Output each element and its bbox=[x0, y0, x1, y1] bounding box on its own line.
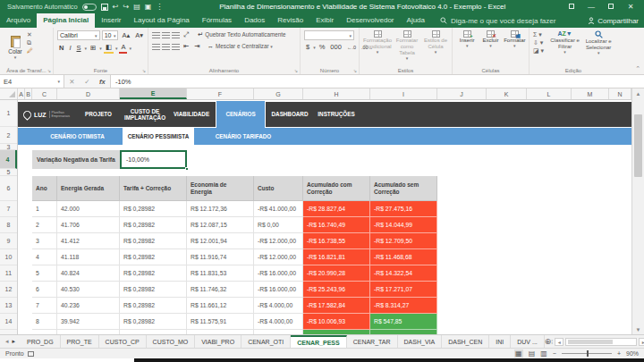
autosave-toggle[interactable] bbox=[82, 4, 97, 11]
row-header-4[interactable]: 4 bbox=[0, 150, 17, 169]
table-cell-tarifa[interactable]: R$ 0,28982 bbox=[120, 298, 187, 314]
clipboard-dialog-launcher-icon[interactable]: ⇘ bbox=[47, 68, 51, 73]
format-cells-button[interactable]: ▦ Formatar▾ bbox=[504, 30, 526, 49]
table-cell-acum_sem[interactable]: -R$ 12.709,50 bbox=[370, 233, 437, 249]
row-header-11[interactable]: 11 bbox=[0, 265, 17, 282]
column-header-K[interactable]: K bbox=[487, 88, 527, 99]
cut-icon[interactable]: ✕ bbox=[27, 31, 33, 38]
selected-cell-E4[interactable]: -10,00% bbox=[120, 150, 187, 169]
table-cell-energia[interactable]: 40.530 bbox=[57, 282, 120, 298]
table-cell-acum_sem[interactable]: -R$ 27.475,16 bbox=[370, 201, 437, 217]
zoom-slider[interactable] bbox=[562, 353, 612, 354]
find-select-button[interactable]: Localizar e Selecionar▾ bbox=[582, 30, 614, 56]
zoom-level[interactable]: 90% bbox=[626, 350, 639, 357]
underline-button[interactable]: S bbox=[75, 44, 83, 53]
increase-decimal-icon[interactable]: ←.0 bbox=[345, 43, 358, 52]
table-cell-ano[interactable]: 4 bbox=[32, 249, 57, 265]
table-cell-acum_sem[interactable]: -R$ 14.044,99 bbox=[370, 217, 437, 233]
table-cell-acum_sem[interactable]: -R$ 17.271,07 bbox=[370, 282, 437, 298]
table-header-cell[interactable]: Acumulado sem Correção bbox=[370, 176, 437, 201]
table-cell-acum_com[interactable]: -R$ 16.821,81 bbox=[303, 249, 370, 265]
table-cell-economia[interactable]: R$ 11.661,12 bbox=[187, 298, 254, 314]
column-header-E[interactable]: E bbox=[120, 88, 187, 99]
hscroll-left-icon[interactable]: ◂ bbox=[555, 338, 564, 346]
param-label-cell[interactable]: Variação Negativa da Tarifa bbox=[32, 150, 120, 169]
insert-function-icon[interactable]: fx bbox=[99, 78, 106, 86]
nav-item-custo-de-implantação[interactable]: CUSTO DE IMPLANTAÇÃO bbox=[122, 108, 168, 121]
workbook-statistics-icon[interactable]: ▤ bbox=[133, 4, 140, 11]
table-cell-economia[interactable]: R$ 11.831,53 bbox=[187, 265, 254, 282]
column-header-D[interactable]: D bbox=[57, 88, 120, 99]
name-box[interactable]: E4 ▾ bbox=[0, 75, 64, 88]
cancel-entry-icon[interactable]: ✕ bbox=[69, 78, 74, 86]
menu-tab-desenvolvedor[interactable]: Desenvolvedor bbox=[340, 13, 400, 28]
table-cell-ano[interactable]: 2 bbox=[32, 217, 57, 233]
column-header-J[interactable]: J bbox=[437, 88, 487, 99]
row-header-1[interactable]: 1 bbox=[0, 100, 17, 127]
table-cell-acum_com[interactable]: -R$ 20.990,28 bbox=[303, 265, 370, 282]
table-cell-tarifa[interactable]: R$ 0,28982 bbox=[120, 314, 187, 330]
nav-item-viabilidade[interactable]: VIABILIDADE bbox=[168, 111, 215, 117]
format-as-table-button[interactable]: Formatar como Tabela▾ bbox=[394, 30, 420, 61]
cell-styles-button[interactable]: Estilos de Célula▾ bbox=[422, 30, 449, 55]
font-dialog-launcher-icon[interactable]: ⇘ bbox=[142, 68, 146, 73]
table-cell-economia[interactable]: R$ 11.746,32 bbox=[187, 282, 254, 298]
table-cell-ano[interactable]: 3 bbox=[32, 233, 57, 249]
sheet-tab-viabi-pro[interactable]: VIABI_PRO bbox=[195, 335, 242, 348]
vertical-scrollbar-up-icon[interactable]: ▲ bbox=[631, 88, 644, 100]
borders-icon[interactable]: ⊞ bbox=[89, 44, 97, 53]
tab-split-handle[interactable]: ⁞ bbox=[551, 339, 553, 345]
ribbon-display-options-icon[interactable] bbox=[562, 3, 581, 11]
table-cell-ano[interactable]: 6 bbox=[32, 282, 57, 298]
row-header-7[interactable]: 7 bbox=[0, 201, 17, 217]
table-header-cell[interactable]: Custo bbox=[254, 176, 303, 201]
tell-me-search[interactable]: Diga-me o que você deseja fazer bbox=[440, 13, 555, 28]
table-header-cell[interactable]: Economia de Energia bbox=[187, 176, 254, 201]
align-middle-icon[interactable] bbox=[162, 32, 170, 38]
table-cell-tarifa[interactable]: R$ 0,28982 bbox=[120, 265, 187, 282]
menu-tab-fórmulas[interactable]: Fórmulas bbox=[196, 13, 238, 28]
decrease-indent-icon[interactable]: ⇤ bbox=[182, 42, 191, 51]
alignment-dialog-launcher-icon[interactable]: ⇘ bbox=[294, 68, 298, 73]
table-cell-tarifa[interactable]: R$ 0,28982 bbox=[120, 249, 187, 265]
decrease-font-icon[interactable]: A▾ bbox=[133, 31, 145, 40]
scenario-tab-cenário-tarifado[interactable]: CENÁRIO TARIFADO bbox=[194, 128, 292, 145]
sheet-tab-custo-cp[interactable]: CUSTO_CP bbox=[99, 335, 147, 348]
merge-center-button[interactable]: ↔Mesclar e Centralizar ▾ bbox=[206, 42, 273, 51]
share-button[interactable]: Compartilhar bbox=[588, 13, 639, 28]
nav-item-projeto[interactable]: PROJETO bbox=[75, 111, 122, 117]
clear-icon[interactable]: ◪ ▾ bbox=[533, 47, 547, 54]
sheet-tab-cenar-oti[interactable]: CENAR_OTI bbox=[242, 335, 291, 348]
sheet-tab-dash-cen[interactable]: DASH_CEN bbox=[442, 335, 489, 348]
row-header-9[interactable]: 9 bbox=[0, 233, 17, 249]
sheet-tab-pro-dg[interactable]: PRO_DG bbox=[21, 335, 61, 348]
wrap-text-button[interactable]: ↵Quebrar Texto Automaticamente bbox=[196, 30, 286, 39]
normal-view-icon[interactable]: ▦ bbox=[514, 349, 523, 358]
sheet-tab-cenar-tar[interactable]: CENAR_TAR bbox=[347, 335, 398, 348]
formula-input[interactable]: -10% bbox=[111, 75, 644, 88]
selection-fill-handle[interactable] bbox=[185, 167, 189, 171]
zoom-in-icon[interactable]: + bbox=[617, 350, 621, 357]
increase-indent-icon[interactable]: ⇥ bbox=[192, 42, 201, 51]
row-header-10[interactable]: 10 bbox=[0, 249, 17, 265]
column-header-M[interactable]: M bbox=[572, 88, 609, 99]
vertical-scrollbar[interactable]: ▼ bbox=[631, 100, 644, 334]
menu-tab-exibir[interactable]: Exibir bbox=[309, 13, 340, 28]
column-header-L[interactable]: L bbox=[527, 88, 572, 99]
row-header-2[interactable]: 2 bbox=[0, 127, 17, 144]
font-size-select[interactable]: 10▾ bbox=[102, 30, 119, 40]
table-cell-acum_com[interactable]: -R$ 28.827,64 bbox=[303, 201, 370, 217]
font-family-select[interactable]: Calibri▾ bbox=[57, 30, 100, 40]
table-cell-custo[interactable]: -R$ 41.000,00 bbox=[254, 201, 303, 217]
align-left-icon[interactable] bbox=[152, 44, 160, 50]
page-layout-view-icon[interactable]: ▤ bbox=[529, 349, 536, 358]
paste-button[interactable]: Colar ▾ bbox=[4, 30, 27, 64]
table-cell-ano[interactable]: 8 bbox=[32, 314, 57, 330]
zoom-slider-thumb[interactable] bbox=[587, 350, 589, 357]
fill-color-icon[interactable]: ◧ bbox=[104, 43, 114, 54]
table-cell-acum_sem[interactable]: R$ 547,85 bbox=[370, 314, 437, 330]
confirm-entry-icon[interactable]: ✓ bbox=[84, 78, 89, 86]
table-cell-ano[interactable]: 5 bbox=[32, 265, 57, 282]
column-header-H[interactable]: H bbox=[303, 88, 370, 99]
sort-filter-button[interactable]: AZ▼ Classificar e Filtrar▾ bbox=[549, 30, 581, 55]
